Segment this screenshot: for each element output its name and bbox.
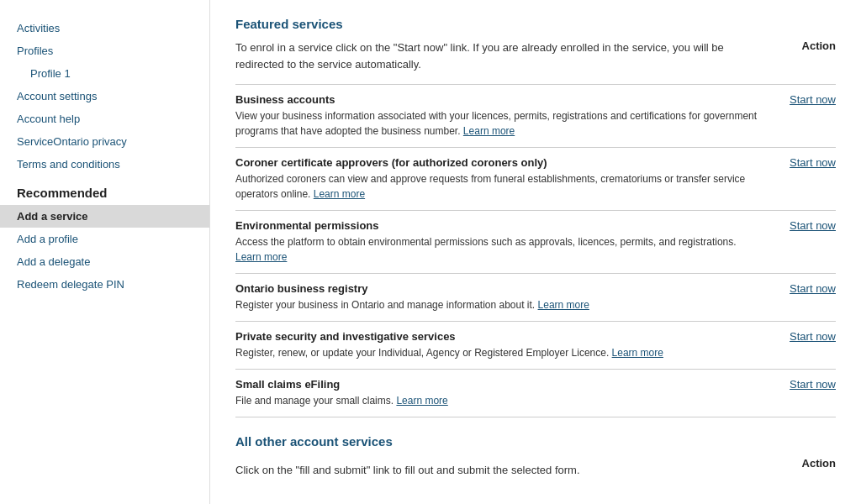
service-action-coroner: Start now	[777, 156, 836, 169]
start-now-coroner[interactable]: Start now	[790, 156, 836, 169]
all-other-intro-text: Click on the "fill and submit" link to f…	[235, 462, 785, 479]
recommended-section-title: Recommended	[0, 176, 209, 205]
service-info-ontario-registry: Ontario business registry Register your …	[235, 282, 777, 312]
sidebar-item-account-settings[interactable]: Account settings	[0, 85, 209, 108]
service-action-environmental: Start now	[777, 219, 836, 232]
service-desc-private-security: Register, renew, or update your Individu…	[235, 345, 760, 360]
service-info-private-security: Private security and investigative servi…	[235, 330, 777, 360]
sidebar-item-terms[interactable]: Terms and conditions	[0, 153, 209, 176]
sidebar-item-profiles[interactable]: Profiles	[0, 39, 209, 62]
service-row-environmental: Environmental permissions Access the pla…	[235, 210, 836, 273]
service-name-ontario-registry: Ontario business registry	[235, 282, 760, 295]
service-action-private-security: Start now	[777, 330, 836, 343]
service-desc-environmental: Access the platform to obtain environmen…	[235, 234, 760, 265]
service-action-small-claims: Start now	[777, 378, 836, 391]
service-name-coroner: Coroner certificate approvers (for autho…	[235, 156, 760, 169]
service-info-coroner: Coroner certificate approvers (for autho…	[235, 156, 777, 202]
service-action-business-accounts: Start now	[777, 93, 836, 106]
services-list: Business accounts View your business inf…	[235, 84, 836, 417]
service-info-environmental: Environmental permissions Access the pla…	[235, 219, 777, 265]
service-name-small-claims: Small claims eFiling	[235, 378, 760, 391]
service-name-environmental: Environmental permissions	[235, 219, 760, 232]
service-name-business-accounts: Business accounts	[235, 93, 760, 106]
sidebar-item-profile1[interactable]: Profile 1	[0, 62, 209, 85]
sidebar-item-redeem-pin[interactable]: Redeem delegate PIN	[0, 273, 209, 296]
all-other-action-header: Action	[785, 457, 836, 470]
main-content: Featured services To enrol in a service …	[210, 0, 861, 504]
featured-services-title: Featured services	[235, 17, 836, 31]
start-now-business-accounts[interactable]: Start now	[790, 93, 836, 106]
learn-more-business-accounts[interactable]: Learn more	[463, 125, 515, 137]
service-name-private-security: Private security and investigative servi…	[235, 330, 760, 343]
sidebar-item-activities[interactable]: Activities	[0, 17, 209, 39]
start-now-environmental[interactable]: Start now	[790, 219, 836, 232]
action-header: Action	[785, 39, 836, 52]
sidebar: Activities Profiles Profile 1 Account se…	[0, 0, 210, 504]
start-now-private-security[interactable]: Start now	[790, 330, 836, 343]
learn-more-environmental[interactable]: Learn more	[235, 251, 287, 263]
learn-more-private-security[interactable]: Learn more	[612, 347, 663, 359]
service-row-business-accounts: Business accounts View your business inf…	[235, 84, 836, 147]
all-other-intro-row: Click on the "fill and submit" link to f…	[235, 457, 836, 479]
service-desc-coroner: Authorized coroners can view and approve…	[235, 171, 760, 202]
learn-more-small-claims[interactable]: Learn more	[396, 395, 447, 407]
service-row-small-claims: Small claims eFiling File and manage you…	[235, 369, 836, 417]
intro-row: To enrol in a service click on the "Star…	[235, 39, 836, 72]
all-other-title: All other account services	[235, 434, 836, 449]
service-desc-business-accounts: View your business information associate…	[235, 108, 760, 139]
service-row-private-security: Private security and investigative servi…	[235, 321, 836, 369]
start-now-ontario-registry[interactable]: Start now	[790, 282, 836, 295]
all-other-section: All other account services Click on the …	[235, 434, 836, 479]
sidebar-item-add-delegate[interactable]: Add a delegate	[0, 250, 209, 273]
service-info-business-accounts: Business accounts View your business inf…	[235, 93, 777, 139]
service-info-small-claims: Small claims eFiling File and manage you…	[235, 378, 777, 408]
learn-more-coroner[interactable]: Learn more	[314, 188, 365, 200]
service-row-ontario-registry: Ontario business registry Register your …	[235, 273, 836, 321]
service-row-coroner: Coroner certificate approvers (for autho…	[235, 147, 836, 210]
service-desc-ontario-registry: Register your business in Ontario and ma…	[235, 297, 760, 312]
sidebar-item-add-profile[interactable]: Add a profile	[0, 228, 209, 250]
sidebar-item-privacy[interactable]: ServiceOntario privacy	[0, 130, 209, 153]
service-action-ontario-registry: Start now	[777, 282, 836, 295]
sidebar-item-add-service[interactable]: Add a service	[0, 205, 209, 228]
intro-text: To enrol in a service click on the "Star…	[235, 39, 785, 72]
service-desc-small-claims: File and manage your small claims. Learn…	[235, 393, 760, 408]
sidebar-item-account-help[interactable]: Account help	[0, 108, 209, 130]
start-now-small-claims[interactable]: Start now	[790, 378, 836, 391]
learn-more-ontario-registry[interactable]: Learn more	[538, 299, 589, 311]
